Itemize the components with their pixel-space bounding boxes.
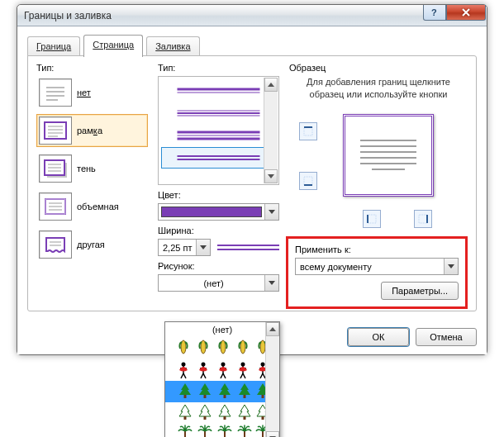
- tab-panel: Тип: нет рамка: [27, 55, 477, 311]
- type-custom[interactable]: другая: [36, 228, 148, 261]
- apply-to-group: Применить к: всему документу Параметры..…: [286, 236, 468, 309]
- type-none-label: нет: [77, 88, 91, 97]
- dialog-borders-shading: Границы и заливка ? Граница Страница Зал…: [17, 4, 487, 355]
- color-combo[interactable]: [158, 203, 279, 221]
- art-option-dancers[interactable]: [165, 359, 279, 381]
- art-trees-green-icon: [175, 382, 270, 401]
- svg-text:?: ?: [431, 7, 437, 17]
- chevron-down-icon: [269, 210, 275, 214]
- line-list-scrollbar[interactable]: [264, 78, 278, 183]
- tab-border[interactable]: Граница: [27, 36, 80, 57]
- chevron-down-icon: [200, 245, 207, 249]
- preview-page[interactable]: [343, 114, 434, 197]
- tab-fill[interactable]: Заливка: [146, 36, 199, 57]
- color-dropdown-button[interactable]: [264, 204, 278, 220]
- scroll-down-icon[interactable]: [266, 431, 279, 437]
- svg-rect-36: [368, 215, 376, 223]
- scroll-down-icon[interactable]: [264, 169, 278, 183]
- art-dropdown-popup: (нет): [164, 321, 280, 437]
- art-palms-icon: [175, 425, 270, 437]
- label-color: Цвет:: [158, 190, 279, 200]
- art-option-none[interactable]: (нет): [165, 322, 279, 338]
- svg-rect-32: [304, 127, 312, 135]
- type-none[interactable]: нет: [36, 76, 148, 109]
- line-style-list[interactable]: [158, 76, 279, 185]
- apply-to-value: всему документу: [296, 262, 444, 272]
- type-3d-icon: [39, 192, 72, 221]
- line-style-1[interactable]: [162, 81, 275, 101]
- art-corn-icon: [175, 339, 270, 359]
- art-dropdown-button[interactable]: [264, 275, 278, 291]
- type-custom-label: другая: [77, 240, 105, 249]
- column-line: Тип: Цвет: Ширина:: [158, 63, 279, 304]
- color-swatch-icon: [161, 207, 262, 217]
- svg-rect-34: [304, 177, 312, 185]
- line-style-4-selected[interactable]: [162, 148, 275, 168]
- close-icon: [461, 7, 471, 17]
- close-button[interactable]: [446, 5, 486, 21]
- help-icon: ?: [430, 7, 440, 17]
- color-value: [159, 204, 264, 220]
- type-shadow-icon: [39, 154, 72, 183]
- type-list: нет рамка тень: [36, 76, 148, 261]
- label-apply-to: Применить к:: [295, 245, 459, 254]
- art-option-trees-outline[interactable]: [165, 402, 279, 424]
- art-option-corn[interactable]: [165, 338, 279, 359]
- edge-top-button[interactable]: [299, 122, 317, 140]
- label-line-type: Тип:: [158, 63, 279, 73]
- type-3d-label: объемная: [77, 202, 119, 211]
- art-option-palms[interactable]: [165, 424, 279, 437]
- column-type: Тип: нет рамка: [36, 63, 148, 304]
- edge-buttons-bottom: [326, 210, 468, 228]
- tabstrip: Граница Страница Заливка: [27, 35, 477, 55]
- type-3d[interactable]: объемная: [36, 190, 148, 223]
- width-combo[interactable]: 2,25 пт: [158, 239, 211, 256]
- type-box-label: рамка: [77, 126, 102, 135]
- width-preview: [211, 239, 279, 256]
- client-area: Граница Страница Заливка Тип: нет: [17, 26, 487, 354]
- type-custom-icon: [39, 230, 72, 259]
- width-dropdown-button[interactable]: [196, 240, 210, 255]
- chevron-down-icon: [448, 264, 454, 268]
- chevron-down-icon: [269, 281, 275, 285]
- label-width: Ширина:: [158, 226, 279, 235]
- edge-bottom-button[interactable]: [299, 172, 317, 190]
- svg-rect-38: [419, 215, 427, 223]
- params-row: Параметры...: [295, 282, 459, 300]
- type-shadow[interactable]: тень: [36, 152, 148, 185]
- art-popup-scrollbar[interactable]: [265, 322, 279, 437]
- label-art: Рисунок:: [158, 261, 279, 271]
- art-trees-outline-icon: [175, 403, 270, 423]
- art-option-trees-green-selected[interactable]: [165, 381, 279, 402]
- line-style-3[interactable]: [162, 126, 275, 145]
- title-text: Границы и заливка: [24, 10, 112, 21]
- scroll-up-icon[interactable]: [264, 78, 278, 92]
- dialog-buttons: ОК Отмена: [348, 328, 477, 346]
- help-button[interactable]: ?: [423, 5, 446, 21]
- label-sample: Образец: [289, 63, 468, 73]
- width-combo-row: 2,25 пт: [158, 239, 279, 256]
- type-none-icon: [39, 78, 72, 107]
- apply-to-combo[interactable]: всему документу: [295, 258, 459, 275]
- type-shadow-label: тень: [77, 164, 96, 173]
- window-buttons: ?: [423, 5, 486, 21]
- scroll-up-icon[interactable]: [266, 322, 279, 336]
- sample-hint: Для добавления границ щелкните образец и…: [297, 76, 459, 101]
- cancel-button[interactable]: Отмена: [416, 328, 477, 346]
- parameters-button[interactable]: Параметры...: [381, 282, 459, 300]
- art-value: (нет): [159, 278, 264, 288]
- label-type: Тип:: [36, 63, 148, 73]
- tab-page[interactable]: Страница: [83, 35, 143, 57]
- art-combo[interactable]: (нет): [158, 274, 279, 292]
- line-style-2[interactable]: [162, 103, 275, 123]
- edge-right-button[interactable]: [414, 210, 432, 228]
- edge-left-button[interactable]: [363, 210, 381, 228]
- art-dancers-icon: [175, 360, 270, 380]
- titlebar[interactable]: Границы и заливка ?: [17, 5, 487, 26]
- column-sample: Образец Для добавления границ щелкните о…: [289, 63, 468, 304]
- type-box[interactable]: рамка: [36, 114, 148, 147]
- width-value: 2,25 пт: [159, 243, 196, 253]
- ok-button[interactable]: ОК: [348, 328, 409, 346]
- apply-to-dropdown-button[interactable]: [444, 259, 458, 274]
- preview-area: [289, 106, 468, 213]
